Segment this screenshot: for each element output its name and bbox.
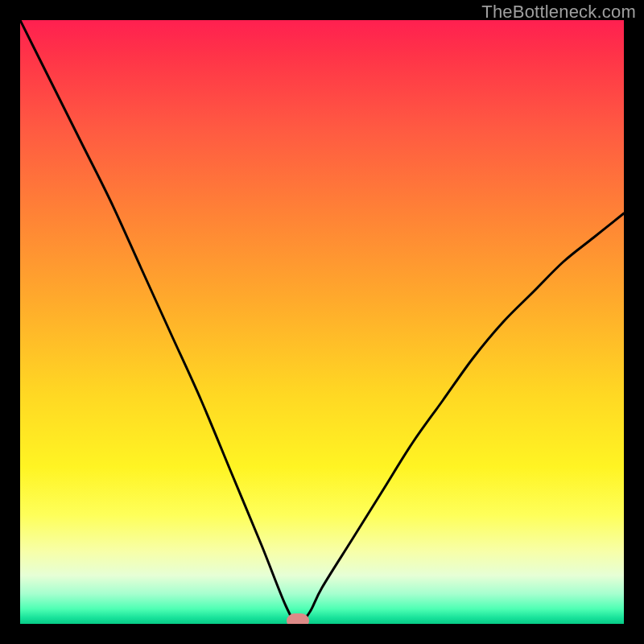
chart-frame: TheBottleneck.com <box>0 0 644 644</box>
bottleneck-curve <box>20 20 624 624</box>
optimal-point-marker <box>287 613 309 624</box>
plot-area <box>20 20 624 624</box>
